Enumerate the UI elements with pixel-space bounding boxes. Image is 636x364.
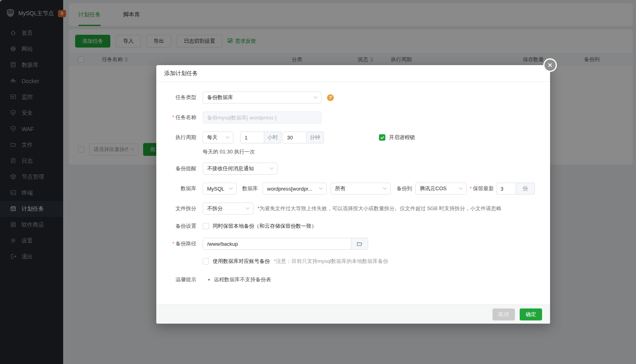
keep-unit-label: 份 [516,183,535,195]
chevron-down-icon [314,94,318,98]
chevron-down-icon [319,185,323,189]
bullet-dot-icon [208,279,210,280]
modal-footer: 取消 确定 [156,304,550,324]
tips-item: 远程数据库不支持备份表 [214,276,271,283]
task-name-label: 任务名称 [164,114,196,121]
backup-path-input[interactable] [203,238,351,250]
folder-picker-button[interactable] [351,238,368,250]
db-engine-select[interactable]: MySQL [203,183,237,195]
db-account-note: *注意：目前只支持mysql数据库的本地数据库备份 [274,258,388,265]
task-type-label: 任务类型 [164,94,196,101]
cycle-period-select[interactable]: 每天 [203,131,233,143]
chevron-down-icon [229,185,233,189]
cycle-period-value: 每天 [207,134,217,141]
file-split-select[interactable]: 不拆分 [203,203,253,215]
keep-local-label: 同时保留本地备份（和云存储保留份数一致） [213,223,317,230]
notify-select[interactable]: 不接收任何消息通知 [203,163,277,175]
db-engine-value: MySQL [207,186,224,192]
chevron-down-icon [226,134,230,138]
notify-label: 备份提醒 [164,165,196,172]
cycle-hint: 每天的 01:30 执行一次 [203,148,542,155]
task-name-input[interactable] [203,111,321,123]
process-lock-checkbox[interactable] [379,134,385,141]
backup-setting-label: 备份设置 [164,223,196,230]
backup-path-label: 备份路径 [164,240,196,247]
chevron-down-icon [459,185,463,189]
add-task-modal: 添加计划任务 任务类型 备份数据库 ? 任务名称 执行周期 每天 [156,65,550,324]
close-icon[interactable] [543,58,557,72]
db-tables-select[interactable]: 所有 [331,183,391,195]
help-icon[interactable]: ? [327,94,334,101]
database-label: 数据库 [164,185,196,192]
task-type-select[interactable]: 备份数据库 [203,91,321,103]
db-name-select[interactable]: wordpress[wordpr... [263,183,327,195]
confirm-button[interactable]: 确定 [520,308,542,320]
db-account-label: 使用数据库对应账号备份 [213,258,270,265]
minute-unit-label: 分钟 [307,131,324,143]
keep-count-input[interactable] [496,183,516,195]
cycle-label: 执行周期 [164,134,196,141]
chevron-down-icon [383,185,387,189]
db-tables-value: 所有 [335,185,345,192]
file-split-note: *为避免文件过大导致上传失败，可以选择按大小或数量拆分。仅文件超过 5GB 时支… [257,205,501,212]
cycle-minute-input[interactable] [283,131,307,143]
process-lock-label: 开启进程锁 [389,134,415,141]
notify-value: 不接收任何消息通知 [207,165,254,172]
file-split-value: 不拆分 [207,205,223,212]
cancel-button[interactable]: 取消 [492,308,515,320]
db-name-value: wordpress[wordpr... [267,186,312,192]
db-select-label: 数据库 [242,185,258,192]
modal-header: 添加计划任务 [156,65,550,82]
modal-title: 添加计划任务 [164,70,198,77]
keep-latest-label: 保留最新 [470,185,494,192]
task-type-value: 备份数据库 [207,94,233,101]
modal-body: 任务类型 备份数据库 ? 任务名称 执行周期 每天 小时 [156,82,550,283]
chevron-down-icon [246,205,250,209]
db-account-checkbox[interactable] [203,258,209,265]
file-split-label: 文件拆分 [164,205,196,212]
chevron-down-icon [270,165,274,169]
backup-to-value: 腾讯云COS [420,185,447,192]
tips-label: 温馨提示 [164,276,196,283]
backup-to-label: 备份到 [397,185,412,192]
hour-unit-label: 小时 [264,131,281,143]
keep-local-checkbox[interactable] [203,223,209,229]
cycle-hour-input[interactable] [240,131,264,143]
backup-to-select[interactable]: 腾讯云COS [415,183,467,195]
